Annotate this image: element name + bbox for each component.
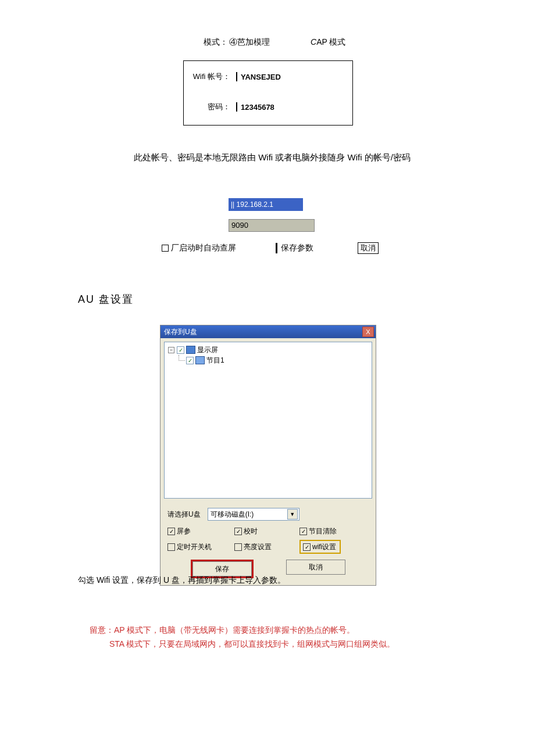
cursor-icon [236, 102, 237, 112]
divider-icon [276, 243, 277, 253]
tree-child-label: 节目1 [206, 356, 224, 366]
dialog-titlebar: 保存到U盘 X [160, 325, 376, 338]
tree-root-row[interactable]: − ✓ 显示屏 [168, 345, 368, 355]
tree-root-label: 显示屏 [197, 345, 218, 355]
checkbox-checked-icon[interactable]: ✓ [167, 528, 175, 535]
note-line-2: STA 模式下，只要在局域网内，都可以直接找到卡，组网模式与网口组网类似。 [109, 637, 395, 651]
dialog-cancel-button[interactable]: 取消 [286, 560, 345, 575]
cursor-icon [236, 72, 237, 81]
cancel-button[interactable]: 取消 [358, 242, 379, 254]
checkbox-icon[interactable] [167, 543, 175, 551]
save-to-usb-dialog: 保存到U盘 X − ✓ 显示屏 ✓ 节目1 请选择U盘 可移动磁盘(I: [160, 325, 376, 586]
auto-scan-label: 厂启动时自动查屏 [171, 243, 236, 253]
checkbox-checked-icon[interactable]: ✓ [299, 528, 307, 535]
checkbox-icon[interactable] [162, 245, 169, 252]
checkbox-icon[interactable] [234, 543, 242, 551]
program-icon [195, 356, 205, 364]
dialog-save-button[interactable]: 保存 [192, 561, 252, 576]
chk-wifi-setting: wifi设置 [312, 542, 336, 552]
wifi-setting-highlight: ✓wifi设置 [299, 540, 341, 554]
usb-drive-dropdown[interactable]: 可移动磁盘(I:) ▼ [208, 508, 299, 521]
chk-time-sync: 校时 [244, 526, 258, 536]
chk-screen-params: 屏参 [177, 526, 191, 536]
wifi-account-label: Wifi 帐号： [184, 71, 230, 82]
checkbox-checked-icon[interactable]: ✓ [303, 543, 311, 551]
tree-child-row[interactable]: ✓ 节目1 [168, 355, 368, 366]
section-heading: AU 盘设置 [78, 292, 535, 306]
close-icon[interactable]: X [362, 327, 374, 337]
wifi-form-box: Wifi 帐号： YANSEJED 密码： 12345678 [183, 60, 353, 126]
save-params-button[interactable]: 保存参数 [281, 243, 313, 253]
ip-field[interactable]: || 192.168.2.1 [229, 198, 303, 211]
chk-brightness: 亮度设置 [244, 542, 272, 552]
wifi-password-label: 密码： [184, 102, 230, 112]
description-text: 此处帐号、密码是本地无限路由 Wifi 或者电脑外接随身 Wifi 的帐号/密码 [134, 152, 535, 163]
screen-icon [186, 346, 195, 354]
note-line-1: 留意：AP 模式下，电脑（带无线网卡）需要连接到掌握卡的热点的帐号。 [90, 623, 535, 637]
checkbox-checked-icon[interactable]: ✓ [177, 346, 184, 354]
port-field[interactable]: 9090 [229, 219, 315, 232]
expander-minus-icon[interactable]: − [168, 347, 174, 353]
chk-clear-program: 节目清除 [309, 526, 337, 536]
dialog-title: 保存到U盘 [164, 327, 197, 337]
mode-option-1: ④芭加模理 [229, 37, 270, 48]
chevron-down-icon[interactable]: ▼ [287, 509, 298, 519]
select-usb-label: 请选择U盘 [167, 510, 201, 519]
wifi-account-value[interactable]: YANSEJED [241, 73, 281, 81]
dropdown-value: 可移动磁盘(I:) [211, 510, 254, 519]
mode-label: 模式： [204, 37, 228, 48]
dialog-caption: 勾选 Wifi 设置，保存到 U 盘，再插到掌握卡上导入参数。 [78, 575, 535, 586]
mode-option-2: CAP 模式 [311, 37, 345, 48]
chk-timer-power: 定时开关机 [177, 542, 212, 552]
wifi-password-value[interactable]: 12345678 [241, 103, 274, 112]
tree-view[interactable]: − ✓ 显示屏 ✓ 节目1 [164, 342, 372, 499]
checkbox-checked-icon[interactable]: ✓ [186, 357, 194, 364]
checkbox-checked-icon[interactable]: ✓ [234, 528, 242, 535]
